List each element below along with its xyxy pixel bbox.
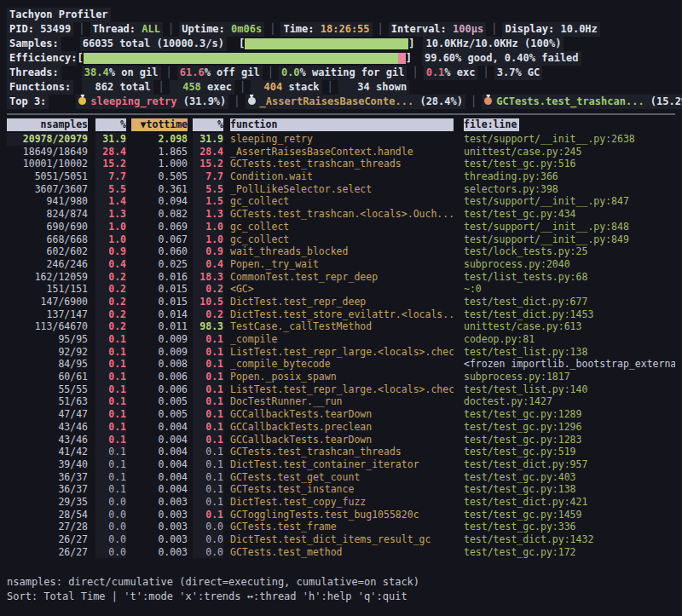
table-row[interactable]: 690/6901.00.0691.0gc_collecttest/support… [7,221,675,233]
table-row[interactable]: 602/6020.90.0600.9wait_threads_blockedte… [7,245,675,258]
cell-function: GCTests.test_method [230,546,454,559]
cell-percent-direct: 0.2 [95,283,126,296]
pid-value: 53499 [40,23,71,35]
cell-fileline: test/test_dict.py:1432 [464,533,675,546]
column-header-fileline[interactable]: file:line [464,118,519,131]
cell-percent-direct: 0.1 [95,483,126,496]
cell-tottime: 0.009 [131,333,188,346]
table-row[interactable]: 137/1470.20.0140.2DictTest.test_store_ev… [7,308,675,321]
table-row[interactable]: 10001/1000215.21.00015.2GCTests.test_tra… [7,158,675,170]
table-row[interactable]: 113/646700.20.01198.3TestCase._callTestM… [7,320,675,333]
table-row[interactable]: 92/920.10.0090.1ListTest.test_repr_large… [7,346,675,359]
table-row[interactable]: 36/370.10.0040.1GCTests.test_instancetes… [7,483,675,496]
cell-nsamples: 51/63 [7,395,88,408]
column-header-function[interactable]: function [230,118,454,131]
cell-fileline: test/test_gc.py:519 [464,446,675,458]
cell-nsamples: 113/64670 [7,320,88,333]
title-bar: Tachyon Profiler [7,8,675,22]
table-row[interactable]: 39/400.10.0040.1DictTest.test_container_… [7,458,675,471]
table-row[interactable]: 84/950.10.0080.1_compile_bytecode<frozen… [7,358,675,371]
table-row[interactable]: 20978/2097931.92.09831.9sleeping_retryte… [7,133,675,146]
cell-function: ListTest.test_repr_large.<locals>.check [230,346,454,359]
table-row[interactable]: 43/460.10.0040.1GCCallbackTests.tearDown… [7,434,675,446]
bronze-medal-icon [484,95,492,105]
cell-tottime: 0.067 [131,233,188,246]
column-header-tottime-sorted[interactable]: ▼tottime [131,118,188,131]
table-row[interactable]: 26/270.00.0030.0DictTest.test_dict_items… [7,533,675,546]
table-row[interactable]: 27/280.00.0030.0GCTests.test_frametest/t… [7,521,675,533]
table-row[interactable]: 36/370.10.0040.1GCTests.test_get_countte… [7,471,675,484]
cell-nsamples: 690/690 [7,221,88,233]
cell-function: DocTestRunner.__run [230,395,454,408]
table-row[interactable]: 3607/36075.50.3615.5_PollLikeSelector.se… [7,183,675,196]
top3-item-2[interactable]: _AssertRaisesBaseConte... (28.4%) [246,95,465,109]
cell-percent-direct: 28.4 [95,146,126,158]
table-row[interactable]: 60/610.10.0060.1Popen._posix_spawnsubpro… [7,371,675,383]
cell-percent-direct: 7.7 [95,170,126,183]
top3-pct: (28.4%) [419,95,463,107]
table-row[interactable]: 28/540.00.0030.1GCTogglingTests.test_bug… [7,509,675,521]
cell-nsamples: 26/27 [7,533,88,546]
column-header-percent-direct[interactable]: % [95,118,126,131]
cell-nsamples: 20978/20979 [7,133,88,146]
cell-percent-cumulative: 0.1 [193,358,223,371]
exc-text: % exc [444,66,475,78]
table-row[interactable]: 668/6681.00.0671.0gc_collecttest/support… [7,233,675,246]
cell-percent-cumulative: 0.1 [193,446,223,458]
table-row[interactable]: 47/470.10.0050.1GCCallbackTests.tearDown… [7,408,675,421]
column-header-percent-cumulative[interactable]: % [193,118,223,131]
table-row[interactable]: 18649/1864928.41.86528.4_AssertRaisesBas… [7,146,675,158]
table-row[interactable]: 151/1510.20.0150.2<GC>~:0 [7,283,675,296]
cell-fileline: test/test_gc.py:1289 [464,408,675,421]
table-row[interactable]: 41/420.10.0040.1GCTests.test_trashcan_th… [7,446,675,458]
table-row[interactable]: 147/69000.20.01510.5DictTest.test_repr_d… [7,296,675,308]
top3-item-3[interactable]: GCTests.test_trashcan... (15.2%) [482,95,682,109]
cell-percent-direct: 0.1 [95,346,126,359]
table-row[interactable]: 941/9801.40.0941.5gc_collecttest/support… [7,195,675,208]
efficiency-progress-bar [84,53,406,64]
table-row[interactable]: 29/350.00.0030.1DictTest.test_copy_fuzzt… [7,496,675,509]
column-header-nsamples[interactable]: nsamples [7,118,88,131]
cell-percent-direct: 0.0 [95,533,126,546]
table-row[interactable]: 51/630.10.0050.1DocTestRunner.__rundocte… [7,395,675,408]
cell-nsamples: 3607/3607 [7,183,88,196]
cell-percent-cumulative: 0.0 [193,546,223,559]
thread-group[interactable]: Thread: ALL [90,22,164,37]
table-row[interactable]: 162/120590.20.01618.3CommonTest.test_rep… [7,271,675,284]
functions-exec-text: exec [207,81,232,93]
cell-tottime: 0.004 [131,446,188,458]
table-row[interactable]: 5051/50517.70.5057.7Condition.waitthread… [7,170,675,183]
table-row[interactable]: 26/270.00.0030.0GCTests.test_methodtest/… [7,546,675,559]
threads-label: Threads: [7,66,61,80]
uptime-label: Uptime: [182,23,225,35]
table-row[interactable]: 55/550.10.0060.1ListTest.test_repr_large… [7,383,675,396]
top3-name: GCTests.test_trashcan... [496,95,644,107]
cell-fileline: test/list_tests.py:68 [464,271,675,284]
interval-label: Interval: [391,23,447,35]
cell-percent-direct: 31.9 [95,133,126,146]
time-label: Time: [283,23,314,35]
on-gil-value: 38.4 [84,66,109,78]
bar-open-bracket: [ [239,37,245,49]
table-row[interactable]: 824/8741.30.0821.3GCTests.test_trashcan.… [7,208,675,221]
threads-gc: 3.7% GC [494,66,543,80]
cell-tottime: 0.006 [131,371,188,383]
cell-function: _PollLikeSelector.select [230,183,454,196]
cell-nsamples: 60/61 [7,371,88,383]
cell-tottime: 0.004 [131,421,188,434]
table-row[interactable]: 95/950.10.0090.1_compilecodeop.py:81 [7,333,675,346]
cell-percent-direct: 1.0 [95,233,126,246]
table-row[interactable]: 246/2460.40.0250.4Popen._try_waitsubproc… [7,258,675,271]
cell-fileline: ~:0 [464,283,675,296]
table-row[interactable]: 43/460.10.0040.1GCCallbackTests.preclean… [7,421,675,434]
samples-progress-bar [245,38,408,49]
cell-percent-cumulative: 0.0 [193,521,223,533]
cell-percent-direct: 0.4 [95,258,126,271]
top3-item-1[interactable]: sleeping_retry (31.9%) [76,95,228,109]
time-group: Time: 18:26:55 [280,22,372,37]
gold-medal-icon [78,95,86,105]
footer-legend: nsamples: direct/cumulative (direct=exec… [7,575,419,590]
efficiency-summary: 99.60% good, 0.40% failed [422,51,581,66]
cell-tottime: 0.003 [131,533,188,546]
efficiency-line: Efficiency:[] 99.60% good, 0.40% failed [7,51,675,66]
